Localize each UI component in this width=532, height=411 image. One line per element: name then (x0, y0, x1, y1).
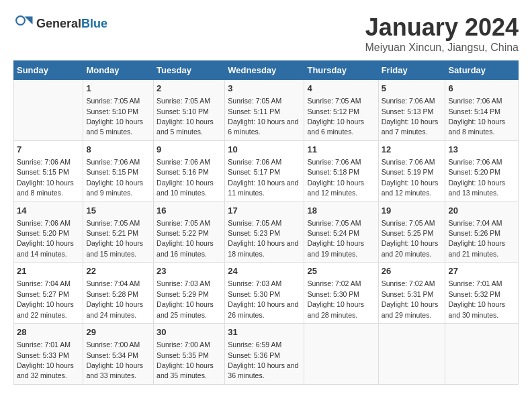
daylight-text: Daylight: 10 hours and 9 minutes. (86, 179, 143, 197)
sunrise-text: Sunrise: 7:01 AM (448, 279, 502, 287)
daylight-text: Daylight: 10 hours and 22 minutes. (17, 300, 74, 318)
daylight-text: Daylight: 10 hours and 5 minutes. (86, 118, 143, 136)
day-number: 13 (448, 144, 515, 156)
weekday-header-saturday: Saturday (445, 61, 519, 80)
sunrise-text: Sunrise: 6:59 AM (228, 340, 281, 349)
sunset-text: Sunset: 5:29 PM (157, 290, 209, 298)
sunset-text: Sunset: 5:32 PM (448, 290, 500, 298)
sunrise-text: Sunrise: 7:03 AM (228, 279, 281, 287)
daylight-text: Daylight: 10 hours and 35 minutes. (157, 361, 214, 379)
daylight-text: Daylight: 10 hours and 21 minutes. (448, 239, 505, 257)
daylight-text: Daylight: 10 hours and 36 minutes. (228, 361, 298, 379)
day-number: 4 (307, 83, 375, 95)
sunset-text: Sunset: 5:19 PM (382, 168, 434, 176)
sunset-text: Sunset: 5:21 PM (86, 229, 138, 237)
week-row-4: 21 Sunrise: 7:04 AM Sunset: 5:27 PM Dayl… (14, 263, 519, 324)
calendar-cell: 11 Sunrise: 7:06 AM Sunset: 5:18 PM Dayl… (304, 140, 378, 201)
daylight-text: Daylight: 10 hours and 25 minutes. (157, 300, 214, 318)
week-row-5: 28 Sunrise: 7:01 AM Sunset: 5:33 PM Dayl… (14, 324, 519, 385)
logo-text: GeneralBlue (36, 17, 107, 31)
calendar-cell: 25 Sunrise: 7:02 AM Sunset: 5:30 PM Dayl… (304, 263, 378, 324)
calendar-cell: 16 Sunrise: 7:05 AM Sunset: 5:22 PM Dayl… (154, 201, 225, 263)
calendar-cell: 24 Sunrise: 7:03 AM Sunset: 5:30 PM Dayl… (225, 263, 304, 324)
calendar-cell: 8 Sunrise: 7:06 AM Sunset: 5:15 PM Dayli… (83, 140, 154, 201)
day-number: 17 (228, 205, 301, 217)
daylight-text: Daylight: 10 hours and 29 minutes. (382, 300, 439, 318)
daylight-text: Daylight: 10 hours and 14 minutes. (17, 239, 74, 257)
day-number: 24 (228, 265, 301, 277)
sunrise-text: Sunrise: 7:00 AM (157, 340, 210, 349)
sunset-text: Sunset: 5:10 PM (157, 107, 209, 116)
sunrise-text: Sunrise: 7:05 AM (157, 97, 210, 105)
day-number: 15 (86, 205, 150, 217)
daylight-text: Daylight: 10 hours and 13 minutes. (448, 179, 505, 197)
day-number: 21 (17, 265, 80, 277)
sunrise-text: Sunrise: 7:06 AM (382, 97, 435, 105)
sunrise-text: Sunrise: 7:06 AM (228, 158, 281, 166)
daylight-text: Daylight: 10 hours and 24 minutes. (86, 300, 143, 318)
sunrise-text: Sunrise: 7:05 AM (307, 97, 361, 105)
sunset-text: Sunset: 5:25 PM (382, 229, 434, 237)
sunset-text: Sunset: 5:15 PM (86, 168, 138, 176)
weekday-header-tuesday: Tuesday (154, 61, 225, 80)
calendar-cell: 27 Sunrise: 7:01 AM Sunset: 5:32 PM Dayl… (445, 263, 519, 324)
sunset-text: Sunset: 5:15 PM (17, 168, 69, 176)
weekday-header-thursday: Thursday (304, 61, 378, 80)
daylight-text: Daylight: 10 hours and 10 minutes. (157, 179, 214, 197)
svg-point-1 (17, 17, 24, 24)
daylight-text: Daylight: 10 hours and 20 minutes. (382, 239, 439, 257)
calendar-table: SundayMondayTuesdayWednesdayThursdayFrid… (13, 60, 519, 385)
sunrise-text: Sunrise: 7:02 AM (382, 279, 435, 287)
day-number: 16 (157, 205, 222, 217)
daylight-text: Daylight: 10 hours and 12 minutes. (382, 179, 439, 197)
weekday-header-friday: Friday (378, 61, 445, 80)
day-number: 5 (382, 83, 443, 95)
day-number: 26 (382, 265, 443, 277)
sunset-text: Sunset: 5:14 PM (448, 107, 500, 116)
sunrise-text: Sunrise: 7:06 AM (448, 158, 502, 166)
daylight-text: Daylight: 10 hours and 6 minutes. (228, 118, 298, 136)
page-header: GeneralBlue January 2024 Meiyuan Xincun,… (13, 13, 519, 54)
sunset-text: Sunset: 5:20 PM (17, 229, 69, 237)
sunset-text: Sunset: 5:31 PM (382, 290, 434, 298)
calendar-cell: 14 Sunrise: 7:06 AM Sunset: 5:20 PM Dayl… (14, 201, 83, 263)
daylight-text: Daylight: 10 hours and 11 minutes. (228, 179, 298, 197)
sunrise-text: Sunrise: 7:06 AM (307, 158, 361, 166)
sunset-text: Sunset: 5:18 PM (307, 168, 359, 176)
sunset-text: Sunset: 5:11 PM (228, 107, 280, 116)
day-number: 8 (86, 144, 150, 156)
sunrise-text: Sunrise: 7:06 AM (382, 158, 435, 166)
sunset-text: Sunset: 5:22 PM (157, 229, 209, 237)
calendar-cell: 5 Sunrise: 7:06 AM Sunset: 5:13 PM Dayli… (378, 80, 445, 141)
sunset-text: Sunset: 5:12 PM (307, 107, 359, 116)
calendar-cell: 20 Sunrise: 7:04 AM Sunset: 5:26 PM Dayl… (445, 201, 519, 263)
sunset-text: Sunset: 5:36 PM (228, 351, 280, 359)
day-number: 20 (448, 205, 515, 217)
day-number: 18 (307, 205, 375, 217)
sunset-text: Sunset: 5:23 PM (228, 229, 280, 237)
logo-general: General (36, 17, 81, 30)
sunrise-text: Sunrise: 7:05 AM (228, 97, 281, 105)
sunset-text: Sunset: 5:28 PM (86, 290, 138, 298)
calendar-cell: 10 Sunrise: 7:06 AM Sunset: 5:17 PM Dayl… (225, 140, 304, 201)
day-number: 19 (382, 205, 443, 217)
day-number: 25 (307, 265, 375, 277)
sunrise-text: Sunrise: 7:00 AM (86, 340, 140, 349)
logo-icon (13, 13, 34, 34)
day-number: 9 (157, 144, 222, 156)
location-title: Meiyuan Xincun, Jiangsu, China (365, 42, 519, 54)
sunrise-text: Sunrise: 7:06 AM (17, 219, 71, 227)
day-number: 1 (86, 83, 150, 95)
daylight-text: Daylight: 10 hours and 26 minutes. (228, 300, 298, 318)
calendar-cell: 23 Sunrise: 7:03 AM Sunset: 5:29 PM Dayl… (154, 263, 225, 324)
day-number: 31 (228, 326, 301, 338)
sunset-text: Sunset: 5:26 PM (448, 229, 500, 237)
day-number: 6 (448, 83, 515, 95)
daylight-text: Daylight: 10 hours and 8 minutes. (448, 118, 505, 136)
daylight-text: Daylight: 10 hours and 18 minutes. (228, 239, 298, 257)
day-number: 27 (448, 265, 515, 277)
sunset-text: Sunset: 5:27 PM (17, 290, 69, 298)
week-row-1: 1 Sunrise: 7:05 AM Sunset: 5:10 PM Dayli… (14, 80, 519, 141)
calendar-cell: 7 Sunrise: 7:06 AM Sunset: 5:15 PM Dayli… (14, 140, 83, 201)
month-title: January 2024 (365, 13, 519, 42)
